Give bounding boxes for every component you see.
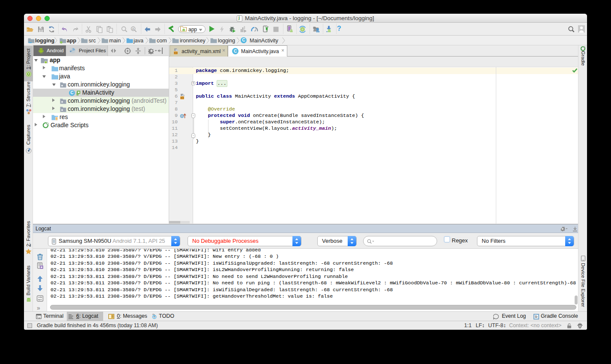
svg-text:<>: <> (181, 97, 184, 100)
svg-text:<>: <> (174, 51, 177, 55)
svg-text:A: A (132, 27, 134, 31)
